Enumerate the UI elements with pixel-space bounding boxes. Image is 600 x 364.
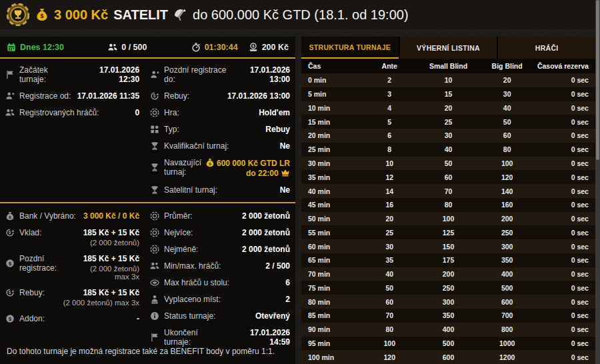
table-cell: 1200 <box>478 353 537 361</box>
table-cell: 0 sec <box>537 104 595 112</box>
table-cell: 90 min <box>301 325 360 333</box>
scrollbar-thumb[interactable] <box>596 0 599 160</box>
info-row-type: Typ: Rebuy <box>150 121 290 137</box>
column-header-ante: Ante <box>360 62 419 70</box>
chip-icon <box>150 245 159 254</box>
table-cell: 35 <box>360 256 419 264</box>
table-cell: 40 <box>419 145 477 153</box>
table-row: 25 min840800 sec <box>301 143 595 157</box>
table-cell: 25 min <box>301 145 360 153</box>
table-row: 30 min10501000 sec <box>301 157 595 171</box>
table-cell: 50 <box>360 284 419 292</box>
info-row-qualifier: Kvalifikační turnaj: Ne <box>150 137 290 154</box>
info-value: 0 <box>135 108 139 117</box>
table-cell: 500 <box>478 284 537 292</box>
rebuy-icon <box>150 91 159 101</box>
table-cell: 0 sec <box>537 229 595 237</box>
info-row-rebuy: Rebuy: 185 Kč + 15 Kč(2 000 žetonů) max … <box>5 284 139 310</box>
paid-places-icon <box>150 295 159 304</box>
table-cell: 0 sec <box>537 270 595 278</box>
summary-bar: Dnes 12:30 0 / 500 01:30:44 200 Kč <box>0 37 295 59</box>
table-cell: 10 <box>419 76 477 84</box>
trophy-icon <box>150 185 159 195</box>
info-row-rebuy-until: Rebuy: 17.01.2026 13:00 <box>150 87 290 104</box>
table-cell: 0 min <box>301 76 360 84</box>
summary-fee-value: 200 Kč <box>262 43 289 52</box>
column-header-small-blind: Small Blind <box>419 62 477 70</box>
info-value: 2 <box>285 295 290 304</box>
flag-icon <box>5 70 15 79</box>
info-label: Rebuy: <box>19 288 45 297</box>
tab-structure[interactable]: STRUKTURA TURNAJE <box>301 37 399 59</box>
table-icon <box>150 278 159 287</box>
info-row-paid-places: Vyplaceno míst: 2 <box>150 291 290 307</box>
vertical-scrollbar[interactable] <box>595 0 600 364</box>
table-cell: 200 <box>478 215 537 223</box>
table-cell: 5 min <box>301 90 360 98</box>
flag-icon <box>150 333 159 342</box>
info-label: Nejméně: <box>164 245 198 254</box>
info-row-late-reg: Pozdní registrace: 185 Kč + 15 Kč(2 000 … <box>5 250 139 284</box>
summary-fee: 200 Kč <box>249 43 289 52</box>
tab-players[interactable]: HRÁČI <box>498 37 595 59</box>
players-icon <box>108 43 117 52</box>
table-cell: 0 sec <box>537 145 595 153</box>
table-cell: 300 <box>419 298 477 306</box>
table-cell: 20 <box>478 76 537 84</box>
page-title: 3 000 Kč SATELIT do 600.000 Kč GTD (18.1… <box>35 7 409 23</box>
info-label: Kvalifikační turnaj: <box>164 141 229 151</box>
info-label: Registrace od: <box>19 91 71 101</box>
table-row: 70 min402004000 sec <box>301 267 595 281</box>
info-value: 2 000 žetonů <box>242 211 290 221</box>
table-cell: 0 sec <box>537 131 595 139</box>
column-header-big-blind: Big Blind <box>478 62 537 70</box>
summary-timer: 01:30:44 <box>191 43 238 52</box>
info-row-minmax-players: Min/max. hráčů: 2 / 500 <box>150 257 290 274</box>
tab-bar: STRUKTURA TURNAJE VÝHERNÍ LISTINA HRÁČI <box>301 37 595 59</box>
table-cell: 55 min <box>301 229 360 237</box>
info-value: Hold'em <box>259 108 290 117</box>
info-value: 17.01.2026 14:59 <box>229 328 290 347</box>
structure-panel: STRUKTURA TURNAJE VÝHERNÍ LISTINA HRÁČI … <box>301 37 595 364</box>
table-cell: 25 <box>360 229 419 237</box>
table-cell: 0 sec <box>537 353 595 361</box>
table-cell: 25 <box>419 118 477 126</box>
info-subvalue: (2 000 žetonů) max 3x <box>75 265 139 281</box>
info-value: 2 / 500 <box>265 261 290 271</box>
info-label: Navazující turnaj: <box>164 158 201 177</box>
table-cell: 80 <box>360 325 419 333</box>
table-row: 40 min14701400 sec <box>301 184 595 198</box>
info-value: 185 Kč + 15 Kč(2 000 žetonů) max 3x <box>75 254 139 281</box>
table-cell: 0 sec <box>537 298 595 306</box>
structure-table-header: Čas Ante Small Blind Big Blind Časová re… <box>301 59 595 73</box>
table-cell: 0 sec <box>537 284 595 292</box>
table-cell: 50 <box>419 159 477 167</box>
info-row-reg-players: Registrovaných hráčů: 0 <box>5 104 139 121</box>
table-cell: 0 sec <box>537 187 595 195</box>
info-label: Vyplaceno míst: <box>164 295 221 304</box>
table-cell: 60 <box>478 131 537 139</box>
table-cell: 160 <box>478 201 537 209</box>
tab-payouts[interactable]: VÝHERNÍ LISTINA <box>400 37 497 59</box>
trophy-icon <box>150 163 159 172</box>
table-cell: 500 <box>419 339 477 347</box>
info-label: Pozdní registrace: <box>19 254 71 273</box>
table-cell: 30 min <box>301 159 360 167</box>
table-cell: 2 <box>360 76 419 84</box>
table-cell: 0 sec <box>537 311 595 319</box>
info-label: Max hráčů u stolu: <box>164 278 229 287</box>
table-cell: 60 <box>419 173 477 181</box>
summary-date-value: Dnes 12:30 <box>20 43 64 52</box>
title-prize: 3 000 Kč <box>54 7 108 23</box>
info-row-table-max: Max hráčů u stolu: 6 <box>150 274 290 291</box>
info-row-start: Začátek turnaje: 17.01.2026 12:30 <box>5 61 139 87</box>
table-cell: 100 <box>419 215 477 223</box>
info-value: Ne <box>280 185 290 195</box>
info-value: Otevřený <box>255 311 290 321</box>
rebuy-icon <box>5 288 15 297</box>
info-row-game: Hra: Hold'em <box>150 104 290 121</box>
info-label: Hra: <box>164 108 179 117</box>
table-row: 50 min201002000 sec <box>301 212 595 226</box>
table-cell: 20 <box>360 215 419 223</box>
table-row: 0 min210200 sec <box>301 73 595 87</box>
